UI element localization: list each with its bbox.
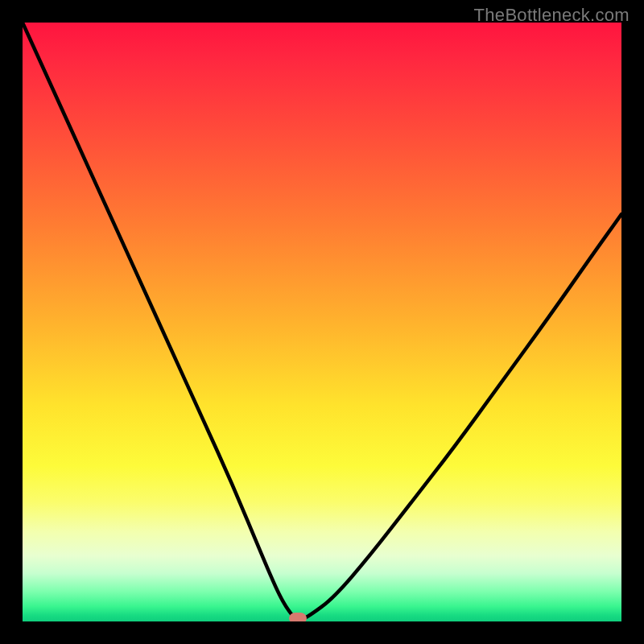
watermark-text: TheBottleneck.com — [474, 5, 630, 26]
plot-area — [23, 23, 621, 621]
min-marker — [289, 613, 307, 621]
bottleneck-curve — [23, 23, 621, 621]
chart-frame: TheBottleneck.com — [0, 0, 644, 644]
curve-path — [23, 23, 621, 620]
